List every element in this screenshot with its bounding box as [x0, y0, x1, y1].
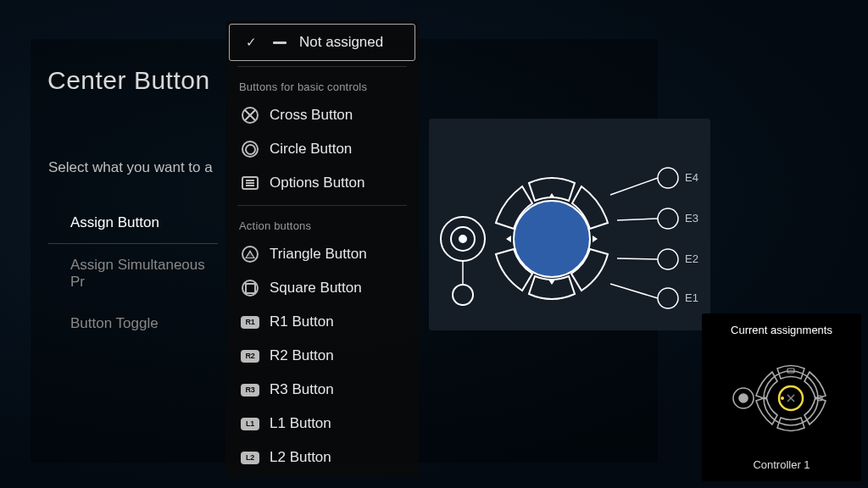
ext-label-e2: E2: [685, 252, 698, 265]
dropdown-group-action: Action buttons: [225, 211, 419, 237]
svg-point-8: [453, 285, 473, 305]
dropdown-option-triangle[interactable]: Triangle Button: [225, 237, 419, 271]
svg-point-26: [781, 396, 784, 400]
dropdown-option-not-assigned[interactable]: Not assigned: [229, 24, 415, 61]
dropdown-option-l1[interactable]: L1 L1 Button: [225, 407, 419, 441]
svg-point-0: [514, 201, 590, 277]
assignment-dropdown[interactable]: Not assigned Buttons for basic controls …: [225, 20, 419, 478]
ext-label-e1: E1: [685, 291, 698, 304]
dropdown-option-r2[interactable]: R2 R2 Button: [225, 339, 419, 373]
assignments-diagram: [726, 343, 837, 453]
svg-marker-2: [548, 280, 555, 285]
menu-button-toggle[interactable]: Button Toggle: [48, 302, 218, 344]
dropdown-option-circle[interactable]: Circle Button: [225, 132, 419, 166]
assignments-title: Current assignments: [731, 324, 832, 336]
controller-preview: E4 E3 E2 E1: [429, 119, 710, 330]
l1-icon: L1: [241, 414, 259, 433]
svg-point-7: [459, 236, 466, 242]
check-icon: [242, 33, 260, 52]
minus-icon: [270, 33, 289, 52]
svg-line-14: [617, 258, 658, 259]
ext-label-e4: E4: [685, 171, 698, 184]
r3-icon: R3: [241, 380, 259, 399]
current-assignments: Current assignments Con: [702, 313, 861, 481]
triangle-icon: [241, 245, 259, 263]
r1-icon: R1: [241, 313, 259, 331]
controller-label: Controller 1: [753, 458, 810, 471]
dropdown-label: Not assigned: [299, 34, 383, 51]
dropdown-option-square[interactable]: Square Button: [225, 271, 419, 305]
dropdown-option-options[interactable]: Options Button: [225, 166, 419, 200]
svg-point-15: [658, 249, 678, 269]
menu-assign-button[interactable]: Assign Button: [48, 202, 218, 244]
l2-icon: L2: [241, 448, 259, 467]
svg-marker-3: [506, 236, 511, 242]
svg-marker-1: [548, 193, 555, 198]
svg-point-21: [739, 394, 748, 402]
divider: [237, 205, 407, 206]
r2-icon: R2: [241, 347, 259, 365]
cross-icon: [241, 106, 259, 125]
ext-label-e3: E3: [685, 212, 698, 225]
dropdown-option-r3[interactable]: R3 R3 Button: [225, 373, 419, 407]
svg-point-17: [658, 288, 678, 308]
svg-line-16: [610, 284, 658, 298]
svg-marker-4: [593, 236, 598, 242]
page-title: Center Button: [47, 66, 210, 95]
page-subtitle: Select what you want to a: [48, 159, 213, 176]
options-icon: [241, 174, 259, 192]
dropdown-group-basic: Buttons for basic controls: [225, 72, 419, 98]
dropdown-option-cross[interactable]: Cross Button: [225, 98, 419, 132]
svg-point-13: [658, 208, 678, 229]
dropdown-option-l2[interactable]: L2 L2 Button: [225, 441, 419, 474]
svg-point-11: [658, 168, 678, 188]
square-icon: [241, 279, 259, 297]
dropdown-option-r1[interactable]: R1 R1 Button: [225, 305, 419, 339]
circle-icon: [241, 140, 259, 158]
svg-line-10: [610, 178, 658, 195]
menu-assign-simultaneous[interactable]: Assign Simultaneous Pr: [48, 244, 218, 302]
svg-line-12: [617, 219, 658, 220]
divider: [237, 66, 407, 67]
left-menu: Assign Button Assign Simultaneous Pr But…: [48, 202, 218, 344]
